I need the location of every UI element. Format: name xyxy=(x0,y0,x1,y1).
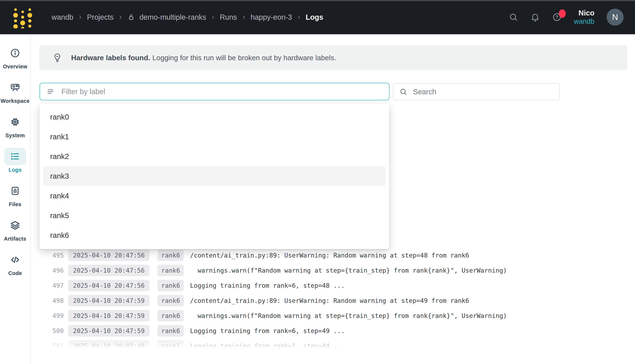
log-row: 4962025-04-10 20:47:56rank6 warnings.war… xyxy=(40,263,626,278)
wandb-logo-icon[interactable] xyxy=(12,6,34,28)
log-row: 4982025-04-10 20:47:59rank6/content/ai_t… xyxy=(40,293,626,308)
workspace-icon xyxy=(4,79,26,96)
log-message: /content/ai_train.py:89: UserWarning: Ra… xyxy=(190,297,469,304)
dropdown-option-rank2[interactable]: rank2 xyxy=(40,147,389,166)
timestamp-pill: 2025-04-10 20:47:56 xyxy=(68,250,150,261)
rank-label-pill: rank6 xyxy=(158,310,184,322)
breadcrumb-separator-icon: › xyxy=(119,13,122,21)
lightbulb-icon xyxy=(52,52,63,63)
log-output-panel[interactable]: 4952025-04-10 20:47:56rank6/content/ai_t… xyxy=(40,248,626,350)
breadcrumb-separator-icon: › xyxy=(79,13,82,21)
log-message: Logging training from rank=6, step=49 ..… xyxy=(190,327,344,334)
hardware-labels-banner: Hardware labels found.Logging for this r… xyxy=(40,46,627,70)
rank-label-pill: rank6 xyxy=(158,325,184,336)
filter-input[interactable] xyxy=(61,88,383,96)
top-navigation-bar: wandb›Projects›demo-multiple-ranks›Runs›… xyxy=(0,0,635,34)
breadcrumb-item-wandb[interactable]: wandb xyxy=(52,13,73,21)
sidebar-item-system[interactable]: System xyxy=(4,113,26,138)
help-icon[interactable]: ? xyxy=(552,12,562,22)
dropdown-option-rank4[interactable]: rank4 xyxy=(40,186,389,206)
log-search-field[interactable] xyxy=(393,83,560,100)
bell-icon[interactable] xyxy=(530,12,540,22)
breadcrumb-item-logs: Logs xyxy=(306,13,324,21)
search-icon[interactable] xyxy=(508,12,518,22)
dropdown-option-rank6[interactable]: rank6 xyxy=(40,226,389,245)
avatar[interactable]: N xyxy=(606,9,624,26)
sidebar-item-artifacts[interactable]: Artifacts xyxy=(4,217,26,242)
timestamp-pill: 2025-04-10 20:47:48 xyxy=(68,340,150,350)
dropdown-option-rank3[interactable]: rank3 xyxy=(43,166,386,186)
open-lock-icon xyxy=(127,13,135,21)
line-number: 497 xyxy=(40,282,64,289)
svg-text:?: ? xyxy=(556,14,558,20)
log-row: 4952025-04-10 20:47:56rank6/content/ai_t… xyxy=(40,248,626,263)
notification-dot xyxy=(559,10,566,18)
sidebar-item-code[interactable]: Code xyxy=(4,251,26,276)
sidebar-item-label: Artifacts xyxy=(4,236,26,242)
breadcrumb-item-demo-multiple-ranks[interactable]: demo-multiple-ranks xyxy=(139,13,206,21)
user-name: Nico xyxy=(578,9,594,17)
breadcrumb-item-happy-eon-3[interactable]: happy-eon-3 xyxy=(250,13,292,21)
info-icon xyxy=(4,44,26,62)
banner-text: Hardware labels found.Logging for this r… xyxy=(71,54,336,62)
line-number: 500 xyxy=(40,327,64,334)
search-input[interactable] xyxy=(413,88,553,96)
sidebar-item-label: Logs xyxy=(9,167,22,173)
line-number: 496 xyxy=(40,267,64,274)
timestamp-pill: 2025-04-10 20:47:59 xyxy=(68,325,150,336)
breadcrumb-separator-icon: › xyxy=(298,13,300,21)
sidebar-item-label: System xyxy=(5,132,25,138)
window-top-strip xyxy=(0,0,635,1)
log-row: 4992025-04-10 20:47:59rank6 warnings.war… xyxy=(40,308,626,323)
sidebar-item-overview[interactable]: Overview xyxy=(3,44,27,70)
rank-label-pill: rank1 xyxy=(158,340,184,350)
user-block[interactable]: Nico wandb xyxy=(574,9,594,26)
sidebar-item-label: Workspace xyxy=(0,98,30,104)
log-message: warnings.warn(f"Random warning at step={… xyxy=(190,312,507,320)
layers-icon xyxy=(4,217,26,234)
filter-icon xyxy=(46,87,55,96)
log-row: 4972025-04-10 20:47:56rank6Logging train… xyxy=(40,278,626,293)
line-number: 501 xyxy=(40,342,64,350)
timestamp-pill: 2025-04-10 20:47:59 xyxy=(68,295,150,306)
banner-bold-text: Hardware labels found. xyxy=(71,54,150,62)
breadcrumb-item-runs[interactable]: Runs xyxy=(220,13,237,21)
search-icon xyxy=(399,88,408,96)
sidebar-item-workspace[interactable]: Workspace xyxy=(0,79,30,104)
log-message: /content/ai_train.py:89: UserWarning: Ra… xyxy=(190,252,469,259)
dropdown-option-rank5[interactable]: rank5 xyxy=(40,206,389,226)
timestamp-pill: 2025-04-10 20:47:56 xyxy=(68,280,150,291)
user-team: wandb xyxy=(574,18,594,26)
log-message: warnings.warn(f"Random warning at step={… xyxy=(190,267,507,274)
rank-label-pill: rank6 xyxy=(158,280,184,291)
main-content: Hardware labels found.Logging for this r… xyxy=(31,34,635,364)
sidebar-item-label: Files xyxy=(9,201,22,208)
rank-label-pill: rank6 xyxy=(158,265,184,276)
line-number: 499 xyxy=(40,312,64,320)
sidebar-item-logs[interactable]: Logs xyxy=(4,148,26,173)
topbar-actions: ? Nico wandb N xyxy=(508,9,624,26)
breadcrumb-item-projects[interactable]: Projects xyxy=(87,13,114,21)
sidebar-item-label: Code xyxy=(8,270,22,276)
sidebar-item-label: Overview xyxy=(3,64,27,70)
sidebar-item-files[interactable]: Files xyxy=(4,182,26,208)
log-message: Logging training from rank=1, step=44 ..… xyxy=(190,342,344,350)
label-filter-dropdown: rank0rank1rank2rank3rank4rank5rank6 xyxy=(40,104,389,249)
log-row: 5012025-04-10 20:47:48rank1Logging train… xyxy=(40,338,626,350)
line-number: 495 xyxy=(40,252,64,259)
dropdown-option-rank0[interactable]: rank0 xyxy=(40,107,389,127)
rank-label-pill: rank6 xyxy=(158,250,184,261)
line-number: 498 xyxy=(40,297,64,304)
avatar-initial: N xyxy=(612,12,618,22)
code-icon xyxy=(4,251,26,268)
chip-icon xyxy=(4,113,26,130)
rank-label-pill: rank6 xyxy=(158,295,184,306)
banner-regular-text: Logging for this run will be broken out … xyxy=(152,54,336,62)
log-row: 5002025-04-10 20:47:59rank6Logging train… xyxy=(40,323,626,338)
log-message: Logging training from rank=6, step=48 ..… xyxy=(190,282,344,289)
dropdown-option-rank1[interactable]: rank1 xyxy=(40,127,389,147)
run-sidebar: OverviewWorkspaceSystemLogsFilesArtifact… xyxy=(0,34,30,364)
breadcrumb-separator-icon: › xyxy=(242,13,245,21)
breadcrumb-separator-icon: › xyxy=(212,13,214,21)
filter-by-label-field[interactable] xyxy=(40,83,390,100)
